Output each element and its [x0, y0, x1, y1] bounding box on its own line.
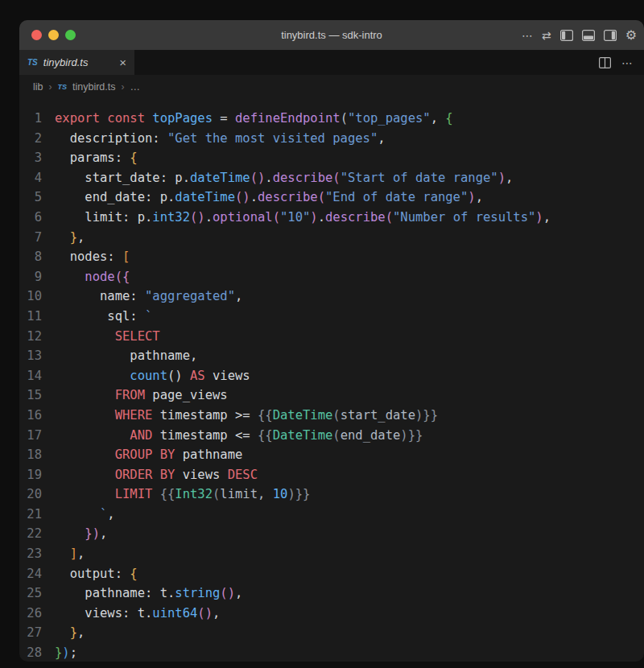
code-token: } [70, 625, 77, 640]
toggle-primary-sidebar-icon[interactable] [560, 30, 573, 41]
code-token: output: [55, 567, 130, 581]
code-token: ` [145, 309, 152, 324]
title-bar[interactable]: tinybird.ts — sdk-intro ⋯ ⇄ [19, 20, 644, 50]
code-line: 5 end_date: p.dateTime().describe("End o… [19, 188, 644, 208]
code-token: limit: p. [55, 210, 152, 225]
code-line: 17 AND timestamp <= {{DateTime(end_date)… [19, 426, 644, 446]
code-token [55, 329, 115, 344]
code-token: ( [332, 171, 340, 185]
code-token: describe [258, 190, 318, 204]
code-token: , [235, 289, 242, 303]
tab-bar: TS tinybird.ts × ⋯ [19, 50, 644, 75]
line-number: 20 [19, 485, 42, 505]
code-token: . [205, 210, 213, 225]
chevron-right-icon: › [122, 81, 125, 93]
more-actions-icon[interactable]: ⋯ [522, 30, 533, 41]
code-text: description: "Get the most visited pages… [42, 129, 386, 149]
tab-tinybird-ts[interactable]: TS tinybird.ts × [19, 50, 134, 75]
code-token: ) [287, 487, 295, 501]
traffic-lights [31, 20, 76, 50]
code-token: , [100, 526, 107, 541]
settings-gear-icon[interactable]: ⚙ [625, 29, 637, 42]
code-token: pathname: t. [55, 586, 175, 600]
code-token [55, 408, 115, 423]
code-line: 24 output: { [19, 564, 644, 584]
app-window: tinybird.ts — sdk-intro ⋯ ⇄ [19, 20, 644, 662]
code-token: nodes: [55, 249, 122, 264]
breadcrumb-folder[interactable]: lib [33, 81, 43, 93]
code-token: WHERE [115, 408, 153, 423]
toggle-secondary-sidebar-icon[interactable] [604, 30, 617, 41]
code-token: "top_pages" [348, 111, 431, 126]
code-text: export const topPages = defineEndpoint("… [42, 109, 453, 129]
code-token: ( [341, 111, 348, 126]
line-number: 6 [19, 208, 42, 228]
code-text: count() AS views [42, 366, 250, 386]
code-token: ( [318, 190, 325, 204]
code-token: DESC [228, 468, 258, 482]
traffic-light-minimize[interactable] [48, 30, 59, 40]
code-token: pathname [175, 447, 242, 462]
chevron-right-icon: › [49, 81, 52, 93]
code-token: name: [55, 289, 145, 303]
code-line: 8 nodes: [ [19, 247, 644, 267]
toggle-panel-icon[interactable] [582, 30, 595, 41]
split-editor-icon[interactable] [599, 57, 611, 68]
code-token: , [107, 507, 114, 522]
code-line: 13 pathname, [19, 346, 644, 366]
code-text: SELECT [42, 327, 160, 347]
code-text: limit: p.int32().optional("10").describe… [42, 208, 551, 228]
breadcrumb-file[interactable]: tinybird.ts [72, 81, 116, 93]
code-token: views [205, 369, 250, 383]
code-text: }); [42, 643, 77, 662]
code-token: int32 [152, 210, 190, 225]
more-editor-actions-icon[interactable]: ⋯ [621, 57, 633, 68]
code-text: }), [42, 524, 107, 544]
code-text: LIMIT {{Int32(limit, 10)}} [42, 485, 310, 505]
code-line: 18 GROUP BY pathname [19, 445, 644, 465]
code-token: AS [190, 369, 205, 383]
tab-close-icon[interactable]: × [119, 56, 126, 68]
code-token: topPages [152, 111, 213, 126]
code-line: 14 count() AS views [19, 366, 644, 386]
code-token: "Start of date range" [341, 171, 498, 185]
code-token: = [213, 111, 235, 126]
breadcrumb-symbol[interactable]: … [130, 81, 141, 93]
code-token [55, 507, 100, 522]
code-text: end_date: p.dateTime().describe("End of … [42, 188, 483, 208]
code-token: views [175, 468, 227, 482]
code-line: 23 ], [19, 544, 644, 564]
code-line: 26 views: t.uint64(), [19, 604, 644, 624]
code-token: ; [70, 645, 77, 660]
code-token: LIMIT [115, 487, 153, 501]
code-token: () [167, 369, 190, 383]
traffic-light-close[interactable] [31, 30, 42, 40]
code-text: }, [42, 623, 85, 643]
tab-label: tinybird.ts [43, 56, 89, 68]
code-token: "Get the most visited pages" [167, 131, 378, 146]
code-token [55, 388, 115, 402]
code-token: , [77, 625, 85, 640]
typescript-file-icon: TS [58, 83, 68, 91]
code-token: ) [498, 171, 506, 185]
customize-layout-icon[interactable]: ⇄ [542, 30, 551, 41]
code-text: AND timestamp <= {{DateTime(end_date)}} [42, 426, 423, 446]
code-line: 19 ORDER BY views DESC [19, 465, 644, 485]
code-token [55, 369, 130, 383]
line-number: 28 [19, 643, 42, 662]
code-token: ORDER BY [115, 468, 175, 482]
code-text: nodes: [ [42, 247, 130, 267]
code-token: , [258, 487, 273, 501]
code-line: 3 params: { [19, 148, 644, 168]
code-token: () [235, 190, 250, 204]
code-token: . [265, 171, 272, 185]
code-token: ( [273, 210, 280, 225]
code-token: "Number of results" [393, 210, 535, 225]
traffic-light-zoom[interactable] [65, 30, 76, 40]
code-token: DateTime [273, 428, 333, 443]
code-area[interactable]: 1export const topPages = defineEndpoint(… [19, 99, 644, 662]
code-token: , [235, 586, 242, 600]
code-line: 9 node({ [19, 267, 644, 287]
code-token: , [543, 210, 551, 225]
code-line: 2 description: "Get the most visited pag… [19, 129, 644, 149]
